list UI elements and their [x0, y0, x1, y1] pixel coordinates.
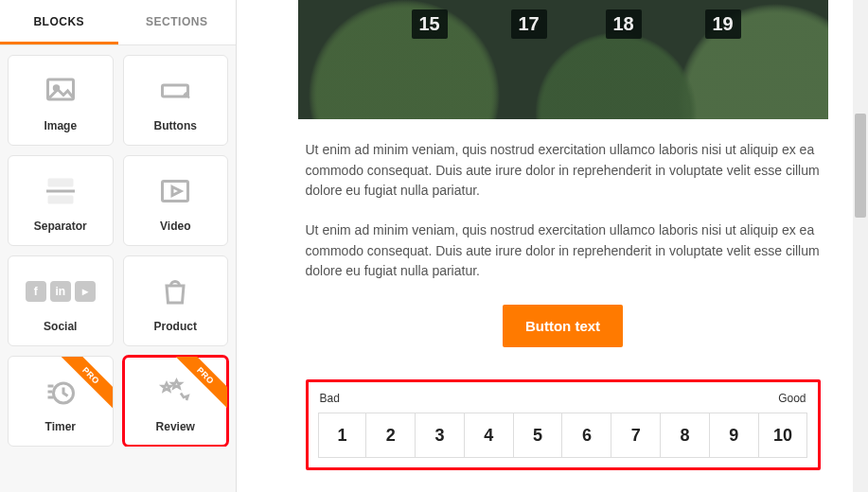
- review-cell-7[interactable]: 7: [611, 413, 661, 458]
- text-block[interactable]: Ut enim ad minim veniam, quis nostrud ex…: [298, 119, 828, 282]
- block-timer[interactable]: Timer PRO: [8, 356, 114, 447]
- separator-icon: [44, 168, 78, 214]
- svg-rect-5: [47, 196, 73, 204]
- facebook-mini-icon: f: [26, 281, 46, 302]
- block-label: Separator: [34, 220, 87, 233]
- button-block: Button text: [298, 301, 828, 355]
- block-label: Timer: [45, 420, 76, 433]
- tab-sections[interactable]: SECTIONS: [118, 0, 237, 44]
- block-label: Social: [44, 320, 77, 333]
- hero-sign: 19: [705, 9, 741, 39]
- review-scale: 1 2 3 4 5 6 7 8 9 10: [318, 413, 808, 458]
- hero-image-block[interactable]: 15 17 18 19: [298, 0, 828, 119]
- block-label: Product: [154, 320, 197, 333]
- review-cell-10[interactable]: 10: [759, 413, 808, 458]
- block-review[interactable]: Review PRO: [123, 356, 229, 447]
- primary-button[interactable]: Button text: [503, 305, 623, 347]
- image-icon: [44, 68, 78, 114]
- paragraph: Ut enim ad minim veniam, quis nostrud ex…: [306, 140, 821, 202]
- linkedin-mini-icon: in: [50, 281, 71, 302]
- buttons-icon: [158, 68, 192, 114]
- block-separator[interactable]: Separator: [8, 155, 114, 246]
- product-icon: [158, 269, 192, 314]
- social-icon: f in ▸: [26, 269, 96, 314]
- youtube-mini-icon: ▸: [75, 281, 96, 302]
- review-cell-8[interactable]: 8: [661, 413, 710, 458]
- vertical-scrollbar[interactable]: [853, 0, 868, 492]
- review-cell-9[interactable]: 9: [710, 413, 759, 458]
- review-cell-4[interactable]: 4: [465, 413, 514, 458]
- scrollbar-thumb[interactable]: [855, 114, 866, 218]
- hero-sign: 18: [606, 9, 642, 39]
- paragraph: Ut enim ad minim veniam, quis nostrud ex…: [306, 220, 821, 282]
- block-label: Review: [156, 420, 195, 433]
- review-cell-1[interactable]: 1: [318, 413, 367, 458]
- editor-canvas: 15 17 18 19 Ut enim ad minim veniam, qui…: [237, 0, 868, 492]
- block-label: Buttons: [154, 119, 197, 132]
- hero-sign: 15: [412, 9, 448, 39]
- review-block[interactable]: Bad Good 1 2 3 4 5 6 7 8 9 10: [306, 379, 821, 470]
- review-cell-5[interactable]: 5: [514, 413, 563, 458]
- block-social[interactable]: f in ▸ Social: [8, 255, 114, 346]
- pro-ribbon: PRO: [172, 357, 227, 412]
- sidebar: BLOCKS SECTIONS Image Buttons Separator: [0, 0, 237, 492]
- sidebar-tabs: BLOCKS SECTIONS: [0, 0, 236, 45]
- review-cell-2[interactable]: 2: [366, 413, 416, 458]
- review-cell-6[interactable]: 6: [562, 413, 611, 458]
- pro-ribbon: PRO: [58, 357, 113, 412]
- review-bad-label: Bad: [320, 392, 340, 405]
- block-video[interactable]: Video: [123, 155, 229, 246]
- block-product[interactable]: Product: [123, 255, 229, 346]
- block-buttons[interactable]: Buttons: [123, 55, 229, 146]
- svg-rect-6: [163, 182, 188, 202]
- video-icon: [158, 168, 192, 214]
- block-grid: Image Buttons Separator Video f i: [0, 45, 236, 447]
- block-image[interactable]: Image: [8, 55, 114, 146]
- review-cell-3[interactable]: 3: [416, 413, 465, 458]
- hero-sign: 17: [511, 9, 547, 39]
- block-label: Image: [44, 119, 77, 132]
- block-label: Video: [160, 220, 190, 233]
- tab-blocks[interactable]: BLOCKS: [0, 0, 118, 44]
- review-good-label: Good: [778, 392, 806, 405]
- svg-rect-3: [47, 179, 73, 187]
